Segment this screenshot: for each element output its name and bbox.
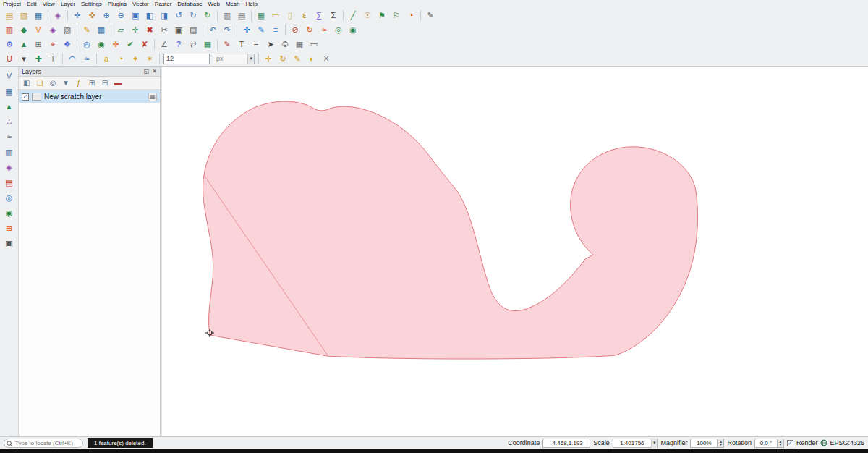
topological-editing-icon[interactable]: ⊤ — [46, 52, 59, 65]
model-designer-icon[interactable]: ❖ — [61, 38, 74, 51]
snapping-mode-icon[interactable]: ▾ — [17, 52, 30, 65]
new-geopackage-layer-icon[interactable]: ◆ — [17, 23, 30, 36]
layout-extent-icon[interactable]: ▭ — [307, 38, 320, 51]
new-spatial-bookmark-icon[interactable]: ⚑ — [375, 9, 388, 22]
refresh-map-icon[interactable]: ↻ — [201, 9, 214, 22]
stream-digitizing-icon[interactable]: ≈ — [80, 52, 93, 65]
delete-selected-icon[interactable]: ✖ — [143, 23, 156, 36]
change-label-icon[interactable]: ✎ — [291, 52, 304, 65]
menu-help[interactable]: Help — [245, 1, 257, 7]
render-checkbox[interactable]: ✓ — [787, 440, 793, 446]
menu-settings[interactable]: Settings — [81, 1, 102, 7]
rotation-input[interactable] — [754, 439, 778, 448]
move-feature-icon[interactable]: ✛ — [129, 23, 142, 36]
coordinate-input[interactable] — [542, 439, 590, 448]
add-mesh-layer-icon[interactable]: ▲ — [3, 100, 16, 113]
chevron-down-icon[interactable]: ▾ — [651, 439, 658, 448]
manage-map-themes-icon[interactable]: ◎ — [47, 77, 59, 89]
add-mssql-layer-icon[interactable]: ▤ — [3, 176, 16, 189]
digitize-with-curve-icon[interactable]: ◠ — [66, 52, 79, 65]
labeling-options-icon[interactable]: a — [100, 52, 113, 65]
move-label-icon[interactable]: ✛ — [262, 52, 275, 65]
zoom-last-icon[interactable]: ↺ — [172, 9, 185, 22]
map-canvas[interactable] — [162, 67, 868, 436]
add-vector-layer-icon[interactable]: V — [3, 69, 16, 82]
zoom-next-icon[interactable]: ↻ — [187, 9, 200, 22]
menu-mesh[interactable]: Mesh — [226, 1, 240, 7]
decoration-label-icon[interactable]: T — [235, 38, 248, 51]
rotate-label-icon[interactable]: ↻ — [276, 52, 289, 65]
spatial-query-icon[interactable]: ? — [172, 38, 185, 51]
snap-on-intersection-icon[interactable]: ✚ — [32, 52, 45, 65]
offline-editing-icon[interactable]: ⇄ — [187, 38, 200, 51]
add-xyz-layer-icon[interactable]: ⊞ — [3, 221, 16, 234]
grass-tools-icon[interactable]: ▲ — [17, 38, 30, 51]
text-annotation-icon[interactable]: ✎ — [424, 9, 437, 22]
zoom-to-layer-icon[interactable]: ◨ — [158, 9, 171, 22]
new-virtual-layer-icon[interactable]: ▧ — [61, 23, 74, 36]
simplify-feature-icon[interactable]: ≈ — [318, 23, 331, 36]
remove-layer-icon[interactable]: ▬ — [112, 77, 124, 89]
locate-input[interactable] — [4, 439, 83, 448]
style-manager-icon[interactable]: ◈ — [51, 9, 64, 22]
profile-tool-icon[interactable]: ∠ — [158, 38, 171, 51]
menu-plugins[interactable]: Plugins — [108, 1, 127, 7]
paste-features-icon[interactable]: ▤ — [187, 23, 200, 36]
measure-line-icon[interactable]: ╱ — [346, 9, 359, 22]
menu-database[interactable]: Database — [177, 1, 202, 7]
zoom-out-icon[interactable]: ⊖ — [114, 9, 127, 22]
new-print-layout-icon[interactable]: ▥ — [221, 9, 234, 22]
pan-map-icon[interactable]: ✛ — [71, 9, 84, 22]
zoom-in-icon[interactable]: ⊕ — [100, 9, 113, 22]
memory-layer-indicator-icon[interactable]: ▦ — [148, 93, 157, 101]
print-composer-icon[interactable]: ▣ — [3, 237, 16, 250]
redo-icon[interactable]: ↷ — [221, 23, 234, 36]
zoom-full-icon[interactable]: ▣ — [129, 9, 142, 22]
undo-icon[interactable]: ↶ — [206, 23, 219, 36]
raster-calculator-icon[interactable]: ⊞ — [32, 38, 45, 51]
select-by-expression-icon[interactable]: ε — [298, 9, 311, 22]
add-ring-icon[interactable]: ◎ — [332, 23, 345, 36]
menu-layer[interactable]: Layer — [61, 1, 75, 7]
open-project-icon[interactable]: ▨ — [17, 9, 30, 22]
processing-toolbox-icon[interactable]: ⚙ — [3, 38, 16, 51]
add-group-icon[interactable]: ❏ — [34, 77, 46, 89]
collapse-all-icon[interactable]: ⊟ — [99, 77, 111, 89]
save-project-icon[interactable]: ▦ — [32, 9, 45, 22]
show-bookmarks-icon[interactable]: ⚐ — [390, 9, 403, 22]
pin-labels-icon[interactable]: ✦ — [129, 52, 142, 65]
enable-snapping-icon[interactable]: U — [3, 52, 16, 65]
chevron-down-icon[interactable]: ▾ — [247, 54, 254, 64]
show-hide-labels-icon[interactable]: ◐ — [305, 52, 318, 65]
scratch-polygon[interactable] — [203, 101, 698, 359]
add-wms-layer-icon[interactable]: ◎ — [3, 191, 16, 204]
highlight-labels-icon[interactable]: ✶ — [143, 52, 156, 65]
label-toolbar-extra-icon[interactable]: ✕ — [320, 52, 333, 65]
rotate-feature-icon[interactable]: ↻ — [303, 23, 316, 36]
add-polygon-feature-icon[interactable]: ▱ — [114, 23, 127, 36]
deselect-features-icon[interactable]: ▯ — [284, 9, 297, 22]
new-spatialite-layer-icon[interactable]: ◈ — [46, 23, 59, 36]
close-panel-icon[interactable]: ✕ — [152, 68, 157, 75]
annotation-tools-icon[interactable]: ✎ — [221, 38, 234, 51]
spinner-arrows-icon[interactable]: ▲▼ — [718, 439, 724, 448]
scale-combobox[interactable]: ▾ — [613, 439, 658, 448]
show-statistical-summary-icon[interactable]: Σ — [327, 9, 340, 22]
cut-features-icon[interactable]: ✂ — [158, 23, 171, 36]
filter-by-expression-icon[interactable]: ƒ — [73, 77, 85, 89]
vertex-tool-icon[interactable]: ✜ — [240, 23, 253, 36]
add-spatialite-layer-icon[interactable]: ◈ — [3, 161, 16, 174]
menu-edit[interactable]: Edit — [27, 1, 37, 7]
layer-item[interactable]: ✓New scratch layer▦ — [19, 90, 160, 103]
add-point-cloud-layer-icon[interactable]: ∴ — [3, 115, 16, 128]
menu-web[interactable]: Web — [208, 1, 220, 7]
fill-ring-icon[interactable]: ◉ — [346, 23, 359, 36]
add-postgis-layer-icon[interactable]: ▥ — [3, 145, 16, 158]
temporal-controller-icon[interactable]: ◔ — [404, 9, 417, 22]
magnifier-input[interactable] — [690, 439, 718, 448]
open-field-calculator-icon[interactable]: ∑ — [312, 9, 326, 22]
topology-checker-icon[interactable]: ✘ — [138, 38, 151, 51]
show-layout-manager-icon[interactable]: ▤ — [235, 9, 248, 22]
open-data-source-manager-icon[interactable]: ▥ — [3, 23, 16, 36]
new-shapefile-layer-icon[interactable]: V — [32, 23, 45, 36]
